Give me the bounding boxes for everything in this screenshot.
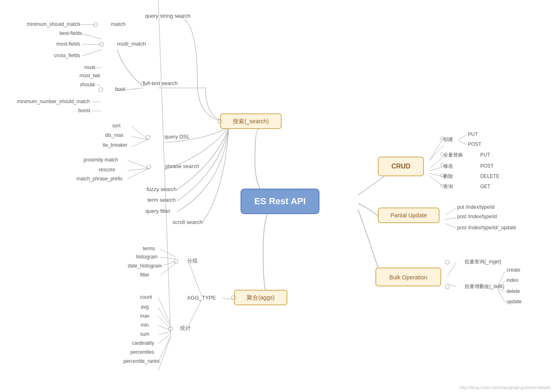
partial-update-label: Partial Update: [391, 212, 427, 219]
svg-line-33: [189, 263, 201, 296]
bool-circle: [99, 88, 103, 92]
bulk-op-delete: delete: [507, 288, 520, 294]
svg-line-25: [445, 224, 456, 228]
crud-modify-label: 修改: [443, 163, 453, 169]
avg-label: avg: [141, 304, 148, 310]
min-number-should-label: minimum_number_should_match: [17, 99, 90, 104]
fuzzy-search-label: fuzzy search: [147, 186, 177, 192]
phrase-search-label: phrase search: [165, 163, 199, 169]
bulk-op-update: update: [507, 299, 522, 304]
most-fields-label: most-fields: [56, 41, 80, 47]
svg-line-46: [158, 336, 171, 362]
bulk-mget-label: 批量查询(_mget): [465, 259, 501, 265]
query-dsl-label: query DSL: [164, 134, 190, 140]
min-should-match-label: minimum_should_match: [27, 21, 80, 27]
sum-label: sum: [140, 331, 150, 337]
svg-line-2: [82, 50, 102, 56]
bulk-bulk-label: 批量增删改(_bulk): [465, 284, 504, 289]
svg-line-34: [187, 300, 201, 329]
crud-create-label: 创建: [443, 136, 453, 142]
svg-line-9: [132, 126, 148, 140]
svg-line-35: [160, 249, 176, 257]
bool-label: bool: [115, 86, 125, 92]
multi-match-label: multi_match: [117, 41, 146, 47]
dis-max-label: dis_max: [105, 132, 124, 138]
crud-query-label: 查询: [443, 184, 453, 189]
fenzu-label: 分组: [187, 258, 198, 264]
cardinality-label: cardinality: [132, 340, 154, 346]
term-search-label: term search: [148, 197, 176, 203]
partial-update-1: put /index/type/id: [457, 204, 495, 210]
crud-label: CRUD: [391, 163, 410, 170]
match-label: match: [111, 21, 125, 27]
bulk-bulk-circle: [445, 285, 449, 289]
sort-label: sort: [112, 123, 121, 129]
crud-replace-method: PUT: [480, 152, 491, 158]
crud-create-put: PUT: [468, 131, 478, 137]
terms-label: terms: [143, 246, 155, 251]
crud-delete-method: DELETE: [480, 173, 500, 179]
query-string-search-label: query string search: [145, 13, 191, 19]
partial-update-2: post /index/type/id: [457, 214, 497, 219]
search-label: 搜索(_search): [233, 118, 268, 125]
percentile-ranks-label: percentile_ranks: [123, 358, 160, 364]
crud-create-post: POST: [468, 141, 481, 147]
svg-line-40: [158, 307, 171, 327]
match-phrase-prefix-label: match_phrase_prefix: [76, 176, 123, 182]
query-filter-label: query filter: [146, 208, 171, 214]
histogram-label: histogram: [136, 254, 158, 260]
svg-line-15: [430, 137, 444, 160]
must-not-label: must_not: [79, 73, 100, 78]
center-label: ES Rest API: [254, 196, 305, 206]
percentiles-label: percentiles: [130, 349, 154, 355]
svg-line-20: [430, 176, 444, 187]
proximity-match-label: proximity match: [83, 157, 118, 163]
scroll-search-label: scroll search: [173, 219, 203, 225]
agg-type-label: AGG_TYPE: [187, 295, 216, 301]
svg-line-0: [82, 34, 102, 39]
svg-line-36: [160, 257, 176, 259]
bulk-operation-label: Bulk Operation: [389, 274, 428, 281]
svg-line-41: [158, 316, 171, 329]
svg-line-24: [445, 218, 456, 219]
bulk-mget-circle: [445, 260, 449, 264]
svg-line-12: [127, 160, 149, 168]
full-text-search-label: full-text search: [143, 80, 178, 86]
date-histogram-label: date_histogram: [128, 263, 162, 269]
bulk-op-index: index: [507, 277, 518, 283]
boost-label: boost: [78, 108, 90, 113]
svg-line-21: [458, 135, 467, 140]
filter-label: filter: [140, 272, 150, 278]
tongji-label: 统计: [180, 325, 191, 331]
svg-line-18: [430, 166, 444, 171]
svg-line-23: [445, 208, 456, 215]
svg-line-26: [447, 262, 456, 276]
partial-update-3: post /index/type/id/_update: [457, 225, 516, 231]
crud-replace-label: 全量替换: [443, 152, 463, 158]
must-label: must: [84, 65, 95, 70]
tie-breaker-label: tie_breaker: [103, 142, 127, 148]
svg-line-10: [132, 136, 148, 140]
footer-link: http://blog.csdn.net/changbajing/article…: [459, 385, 551, 390]
query-dsl-circle: [146, 135, 150, 139]
cross-fields-label: cross_fields: [54, 53, 80, 58]
best-fields-label: best-fields: [60, 30, 82, 36]
svg-line-43: [158, 332, 171, 334]
crud-query-method: GET: [480, 184, 491, 189]
svg-line-39: [158, 297, 171, 325]
svg-line-11: [132, 140, 148, 147]
svg-line-22: [458, 141, 467, 145]
crud-delete-label: 删除: [443, 173, 453, 179]
mindmap: ES Rest API 搜索(_search) 聚合(aggs) CRUD Pa…: [0, 0, 560, 392]
count-label: count: [140, 294, 152, 300]
rescore-label: rescore: [99, 167, 115, 173]
crud-modify-method: POST: [480, 163, 494, 169]
max-label: max: [140, 313, 150, 319]
min-label: min: [141, 322, 148, 328]
should-label: should: [80, 82, 94, 88]
bulk-op-create: create: [507, 267, 521, 273]
aggs-label: 聚合(aggs): [247, 294, 275, 301]
